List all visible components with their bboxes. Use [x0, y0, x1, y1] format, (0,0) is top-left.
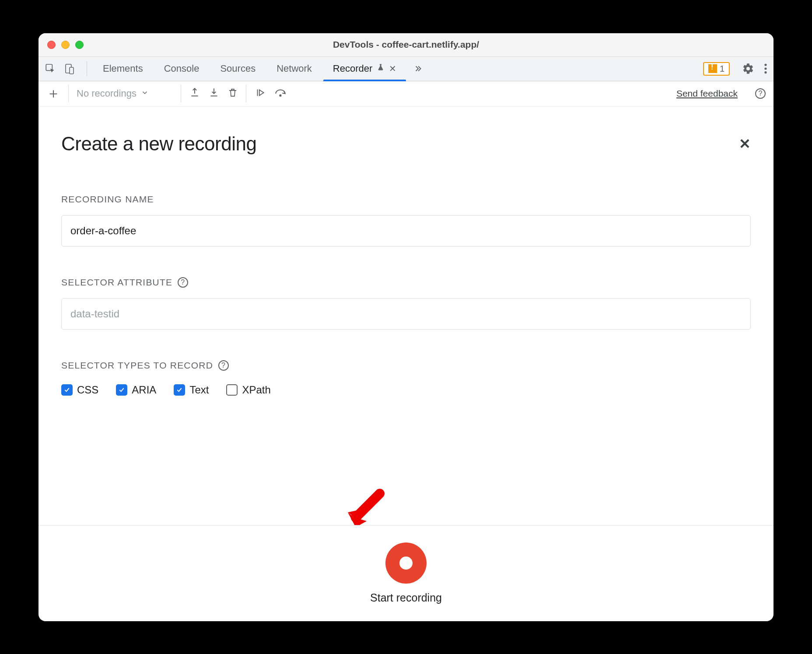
traffic-lights [47, 41, 84, 49]
record-icon [399, 557, 413, 570]
recordings-dropdown[interactable]: No recordings [77, 88, 173, 99]
svg-point-5 [764, 71, 766, 73]
kebab-menu-icon[interactable] [764, 63, 767, 74]
play-step-icon[interactable] [254, 87, 266, 100]
warnings-count: 1 [720, 64, 724, 74]
recording-name-label: Recording Name [61, 194, 751, 205]
selector-types-row: CSS ARIA Text XPath [61, 384, 751, 396]
tab-recorder[interactable]: Recorder ✕ [323, 57, 406, 81]
recorder-toolbar: ＋ No recordings Send feedback ? [38, 81, 774, 107]
warning-icon [708, 64, 717, 73]
window-title: DevTools - coffee-cart.netlify.app/ [38, 39, 774, 50]
recorder-footer: Start recording [38, 525, 774, 621]
recording-name-input[interactable] [61, 215, 751, 247]
tab-elements[interactable]: Elements [93, 57, 153, 81]
devtools-tabs-row: Elements Console Sources Network Recorde… [38, 57, 774, 81]
import-icon[interactable] [208, 87, 220, 100]
close-panel-icon[interactable]: ✕ [739, 136, 751, 152]
tab-sources[interactable]: Sources [210, 57, 265, 81]
more-tabs-icon[interactable] [414, 64, 424, 73]
selector-types-help-icon[interactable]: ? [218, 360, 229, 371]
checkbox-css[interactable]: CSS [61, 384, 98, 396]
start-recording-label: Start recording [370, 591, 442, 604]
selector-types-label: Selector types to record [61, 360, 213, 371]
page-title: Create a new recording [61, 133, 256, 155]
experiment-flask-icon [377, 63, 385, 74]
selector-attribute-input[interactable] [61, 298, 751, 330]
svg-rect-2 [70, 67, 74, 74]
checkbox-icon [61, 384, 73, 396]
selector-attribute-label: Selector Attribute [61, 277, 172, 288]
window-zoom-button[interactable] [75, 41, 84, 49]
svg-point-6 [280, 95, 281, 96]
delete-icon[interactable] [228, 87, 238, 100]
settings-gear-icon[interactable] [742, 63, 754, 75]
window-titlebar: DevTools - coffee-cart.netlify.app/ [38, 33, 774, 57]
recorder-content: Create a new recording ✕ Recording Name … [38, 107, 774, 525]
close-tab-icon[interactable]: ✕ [389, 63, 396, 74]
svg-point-3 [764, 64, 766, 66]
checkbox-text[interactable]: Text [174, 384, 209, 396]
window-close-button[interactable] [47, 41, 56, 49]
checkbox-icon [174, 384, 185, 396]
add-recording-icon[interactable]: ＋ [46, 84, 60, 103]
svg-point-4 [764, 67, 766, 70]
checkbox-aria[interactable]: ARIA [116, 384, 156, 396]
selector-attribute-help-icon[interactable]: ? [178, 277, 188, 288]
tab-network[interactable]: Network [267, 57, 322, 81]
tab-console[interactable]: Console [154, 57, 209, 81]
warnings-badge[interactable]: 1 [703, 62, 730, 76]
send-feedback-link[interactable]: Send feedback [676, 88, 738, 99]
export-icon[interactable] [189, 87, 200, 100]
inspect-element-icon[interactable] [45, 63, 56, 74]
device-toolbar-icon[interactable] [64, 63, 74, 74]
checkbox-icon [116, 384, 127, 396]
help-icon[interactable]: ? [755, 88, 766, 99]
devtools-window: DevTools - coffee-cart.netlify.app/ Elem… [38, 33, 774, 621]
start-recording-button[interactable] [385, 543, 427, 584]
checkbox-icon [226, 384, 238, 396]
replay-icon[interactable] [274, 87, 287, 100]
chevron-down-icon [141, 88, 149, 99]
checkbox-xpath[interactable]: XPath [226, 384, 270, 396]
annotation-arrow-icon [343, 487, 386, 525]
window-minimize-button[interactable] [61, 41, 70, 49]
